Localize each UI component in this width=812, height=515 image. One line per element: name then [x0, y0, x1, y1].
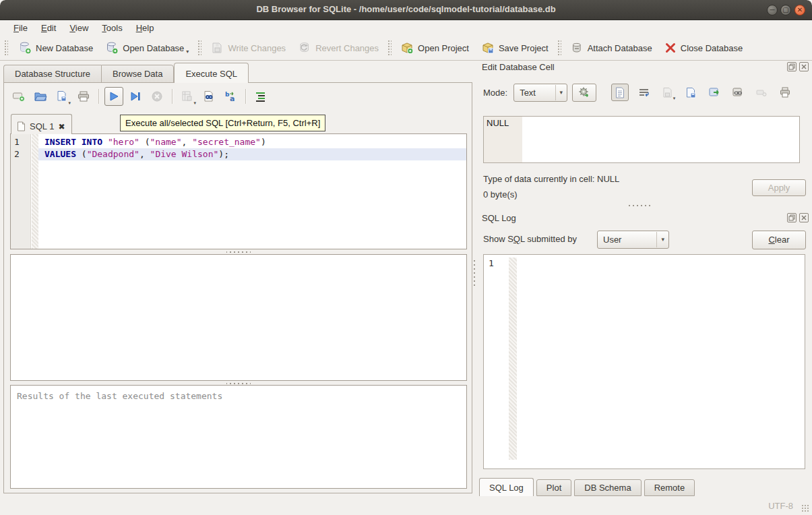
log-filter-value: User [603, 235, 621, 245]
resize-grip[interactable] [801, 504, 809, 512]
log-filter-combobox[interactable]: User ▾ [597, 231, 669, 249]
tab-execute-sql[interactable]: Execute SQL [174, 63, 249, 83]
execute-sql-pane: ▾ ▾ ba SQL 1 ✖ Execute all/selected SQL … [3, 82, 472, 493]
mode-caret-icon: ▾ [555, 85, 563, 100]
execute-current-line-button[interactable] [126, 87, 145, 106]
sql-code-lines: 1INSERT INTO "hero" ("name", "secret_nam… [11, 136, 466, 160]
sql-toolbar-separator [172, 89, 173, 104]
results-table-pane[interactable] [10, 254, 467, 381]
new-sql-tab-button[interactable] [9, 87, 28, 106]
toolbar-separator [387, 40, 392, 56]
open-project-button[interactable]: Open Project [394, 38, 475, 57]
log-line: 1 [484, 258, 805, 270]
new-database-button[interactable]: New Database [12, 38, 99, 57]
minimize-icon[interactable]: ─ [767, 5, 778, 16]
sql1-tab-close-icon[interactable]: ✖ [58, 123, 65, 131]
cell-editor-icons: ▾ [611, 84, 794, 101]
svg-text:b: b [225, 91, 230, 98]
open-database-button[interactable]: Open Database ▾ [99, 38, 195, 57]
sql-log-box[interactable]: 1 [483, 254, 805, 469]
close-icon[interactable]: ✕ [794, 5, 805, 16]
sql-toolbar-separator [98, 89, 99, 104]
maximize-icon[interactable]: ▢ [780, 5, 791, 16]
format-sql-button[interactable] [251, 87, 270, 106]
menu-view[interactable]: View [63, 21, 95, 35]
sql-log-float-icon[interactable] [787, 213, 797, 222]
null-cell-icon[interactable] [753, 84, 770, 101]
log-line-number: 1 [484, 258, 509, 270]
print-cell-icon[interactable] [776, 84, 794, 101]
svg-text:a: a [230, 94, 235, 102]
revert-changes-button[interactable]: Revert Changes [292, 38, 385, 57]
text-document-icon[interactable] [611, 84, 629, 101]
word-wrap-icon[interactable] [635, 84, 652, 101]
save-sql-dropdown-icon[interactable]: ▾ [68, 100, 71, 106]
stop-sql-button[interactable] [148, 87, 166, 106]
tab-database-structure[interactable]: Database Structure [3, 65, 101, 83]
save-sql-file-button[interactable]: ▾ [53, 87, 71, 106]
edit-cell-close-icon[interactable] [799, 62, 809, 71]
auto-switch-mode-button[interactable] [572, 84, 596, 102]
edit-cell-float-icon[interactable] [787, 62, 797, 71]
statusbar: UTF-8 [0, 497, 812, 515]
open-sql-file-button[interactable] [31, 87, 50, 106]
attach-database-icon [570, 41, 584, 55]
new-database-label: New Database [36, 43, 93, 53]
log-fold-margin [509, 258, 517, 460]
export-results-dropdown-icon[interactable]: ▾ [193, 100, 196, 106]
save-project-icon [481, 41, 495, 55]
mode-value: Text [520, 88, 536, 98]
print-button[interactable] [74, 87, 93, 106]
results-message-pane[interactable]: Results of the last executed statements [10, 385, 467, 489]
menu-tools[interactable]: Tools [95, 21, 129, 35]
apply-button[interactable]: Apply [752, 179, 806, 196]
menu-help[interactable]: Help [129, 21, 161, 35]
cell-value: NULL [484, 117, 522, 128]
menu-edit[interactable]: Edit [34, 21, 63, 35]
tab-sql-log[interactable]: SQL Log [479, 478, 534, 496]
menu-file[interactable]: File [7, 21, 34, 35]
sql-editor[interactable]: 1INSERT INTO "hero" ("name", "secret_nam… [10, 133, 467, 249]
open-database-dropdown-icon[interactable]: ▾ [186, 49, 189, 55]
find-replace-button[interactable]: ba [221, 87, 240, 106]
sql1-tab[interactable]: SQL 1 ✖ [11, 114, 72, 134]
toolbar-separator [197, 40, 201, 56]
cell-size-info: 0 byte(s) [483, 189, 518, 200]
sql-toolbar-separator [245, 89, 246, 104]
gear-icon [578, 86, 590, 98]
cell-editor-gutter: NULL [484, 117, 522, 162]
export-cell-data-icon[interactable] [706, 84, 723, 101]
execute-sql-button[interactable] [104, 87, 123, 106]
toolbar-grip[interactable] [4, 40, 8, 56]
log-filter-caret-icon: ▾ [656, 232, 664, 247]
sql-toolbar: ▾ ▾ ba [9, 87, 270, 106]
export-results-button[interactable]: ▾ [178, 87, 197, 106]
find-in-sql-button[interactable] [199, 87, 218, 106]
editor-results-splitter[interactable] [226, 250, 251, 253]
close-database-icon [664, 42, 677, 54]
close-database-button[interactable]: Close Database [658, 39, 749, 57]
write-changes-button[interactable]: Write Changes [204, 38, 292, 57]
cell-link-icon[interactable] [729, 84, 747, 101]
open-database-label: Open Database [123, 43, 184, 53]
write-changes-icon [210, 41, 224, 55]
sql-log-title: SQL Log [482, 213, 516, 223]
clear-log-button[interactable]: Clear [752, 231, 806, 249]
attach-database-button[interactable]: Attach Database [564, 38, 658, 57]
cell-editor-box[interactable]: NULL [483, 116, 800, 163]
mode-combobox[interactable]: Text ▾ [513, 84, 567, 102]
dock-splitter[interactable] [627, 204, 652, 208]
tab-remote[interactable]: Remote [644, 479, 695, 496]
tab-browse-data[interactable]: Browse Data [101, 65, 174, 83]
tab-plot[interactable]: Plot [536, 479, 571, 496]
tab-db-schema[interactable]: DB Schema [574, 479, 641, 496]
revert-changes-label: Revert Changes [315, 43, 379, 53]
save-cell-icon[interactable]: ▾ [658, 84, 676, 101]
save-project-button[interactable]: Save Project [475, 38, 555, 57]
window-title: DB Browser for SQLite - /home/user/code/… [0, 4, 812, 14]
menubar: File Edit View Tools Help [0, 20, 812, 36]
results-placeholder: Results of the last executed statements [11, 386, 466, 401]
sql-log-close-icon[interactable] [799, 213, 809, 222]
import-cell-data-icon[interactable] [682, 84, 699, 101]
sql-file-icon [17, 121, 26, 131]
